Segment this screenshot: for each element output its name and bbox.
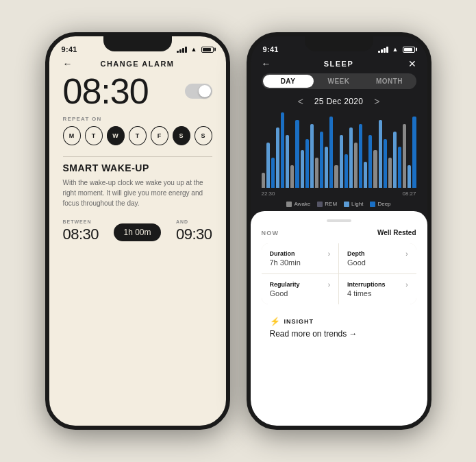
stat-regularity-arrow: › — [328, 281, 330, 289]
legend-dot-light — [344, 202, 349, 207]
chart-bar — [295, 120, 299, 188]
stat-regularity-label: Regularity — [270, 281, 300, 288]
notch — [103, 36, 172, 51]
and-col: AND 09:30 — [176, 219, 212, 243]
stat-interruptions[interactable]: Interruptions 4 times › — [339, 274, 416, 304]
stat-depth-arrow: › — [405, 250, 408, 258]
day-M[interactable]: M — [63, 126, 81, 145]
chart-bar — [403, 124, 406, 189]
wifi-icon: ▲ — [191, 46, 197, 53]
chart-bar — [384, 139, 387, 189]
dark-nav-row: ← SLEEP ✕ — [262, 60, 416, 68]
back-button-dark[interactable]: ← — [262, 58, 271, 69]
chart-bar — [315, 158, 318, 188]
chart-bar — [354, 143, 358, 188]
dark-content: ← SLEEP ✕ DAY WEEK MONTH < 25 Dec 2020 >… — [251, 57, 427, 426]
chart-bar — [373, 150, 377, 188]
battery-icon-dark — [403, 47, 415, 53]
chart-bar — [393, 132, 397, 189]
chart-bar — [359, 124, 362, 189]
legend-label-rem: REM — [325, 201, 337, 207]
alarm-time-display: 08:30 — [63, 73, 212, 109]
now-label: NOW — [262, 230, 279, 236]
prev-date-button[interactable]: < — [298, 96, 303, 107]
chart-bar — [368, 135, 372, 188]
tab-day[interactable]: DAY — [263, 75, 314, 88]
insight-link[interactable]: Read more on trends → — [270, 329, 408, 339]
stat-duration-arrow: › — [328, 250, 330, 258]
day-T1[interactable]: T — [85, 126, 103, 145]
chart-bar — [266, 143, 270, 188]
signal-icon — [177, 46, 187, 53]
tab-week[interactable]: WEEK — [314, 75, 364, 88]
insight-link-text: Read more on trends → — [270, 329, 358, 339]
stat-interruptions-arrow: › — [405, 281, 408, 289]
stat-duration-label: Duration — [270, 250, 301, 257]
panel-header: NOW Well Rested — [262, 229, 416, 236]
close-button-dark[interactable]: ✕ — [408, 58, 416, 69]
stat-regularity[interactable]: Regularity Good › — [262, 274, 339, 304]
chart-bar — [379, 120, 382, 188]
legend-label-awake: Awake — [294, 201, 310, 207]
legend-dot-deep — [370, 202, 375, 207]
legend-deep: Deep — [370, 201, 390, 207]
day-W[interactable]: W — [107, 126, 125, 145]
chart-bar — [281, 112, 284, 188]
stat-depth[interactable]: Depth Good › — [339, 243, 416, 273]
smart-wakeup-desc: With the wake-up clock we wake you up at… — [63, 178, 212, 208]
stats-grid: Duration 7h 30min › Depth Good › Regular… — [262, 243, 416, 304]
insight-header: ⚡ INSIGHT — [270, 317, 408, 326]
chart-bar — [290, 165, 294, 188]
tab-month[interactable]: MONTH — [364, 75, 415, 88]
day-T2[interactable]: T — [129, 126, 147, 145]
stat-duration[interactable]: Duration 7h 30min › — [262, 243, 339, 273]
legend-dot-awake — [286, 202, 292, 207]
nav-row-light: ← CHANGE ALARM — [63, 60, 212, 68]
legend-row: Awake REM Light Deep — [262, 201, 416, 207]
chart-bar — [310, 124, 314, 189]
next-date-button[interactable]: > — [374, 96, 379, 107]
legend-label-light: Light — [351, 201, 363, 207]
stat-regularity-value: Good — [270, 289, 300, 297]
chart-bar — [329, 117, 333, 189]
time-dark: 9:41 — [263, 45, 279, 53]
status-icons-dark: ▲ — [378, 46, 415, 53]
stat-duration-value: 7h 30min — [270, 258, 301, 267]
toggle-knob — [199, 85, 211, 97]
and-label: AND — [176, 219, 188, 224]
day-S1[interactable]: S — [173, 126, 190, 145]
insight-section: ⚡ INSIGHT Read more on trends → — [262, 310, 416, 345]
chart-bar — [388, 158, 392, 188]
day-S2[interactable]: S — [195, 126, 212, 145]
stat-interruptions-content: Interruptions 4 times — [347, 281, 386, 297]
well-rested-status: Well Rested — [377, 229, 416, 236]
chart-bar — [364, 162, 367, 189]
chart-time-labels: 22:30 08:27 — [262, 191, 416, 197]
chart-bar — [340, 135, 343, 188]
time-light: 9:41 — [62, 45, 77, 53]
stat-depth-content: Depth Good — [347, 250, 366, 267]
chart-bar — [398, 147, 401, 189]
light-content: ← CHANGE ALARM 08:30 REPEAT ON M T W T F… — [49, 57, 226, 254]
alarm-toggle[interactable] — [185, 84, 212, 99]
back-button-light[interactable]: ← — [63, 58, 73, 69]
day-F[interactable]: F — [151, 126, 168, 145]
chart-bar — [262, 173, 265, 188]
between-time: 08:30 — [63, 226, 99, 243]
divider-1 — [63, 156, 212, 157]
chart-bar — [408, 165, 411, 188]
legend-dot-rem — [317, 202, 323, 207]
wifi-icon-dark: ▲ — [392, 46, 399, 53]
chart-bar — [349, 127, 353, 188]
panel-handle — [327, 219, 351, 222]
smart-time-row: BETWEEN 08:30 1h 00m AND 09:30 — [63, 219, 212, 243]
smart-badge[interactable]: 1h 00m — [114, 223, 160, 241]
date-nav: < 25 Dec 2020 > — [262, 96, 416, 107]
between-col: BETWEEN 08:30 — [63, 219, 99, 243]
chart-bar — [412, 117, 416, 189]
chart-bars — [262, 112, 416, 188]
chart-bar — [276, 127, 279, 188]
legend-rem: REM — [317, 201, 337, 207]
alarm-time-value: 08:30 — [63, 73, 149, 109]
sleep-chart — [262, 112, 416, 188]
